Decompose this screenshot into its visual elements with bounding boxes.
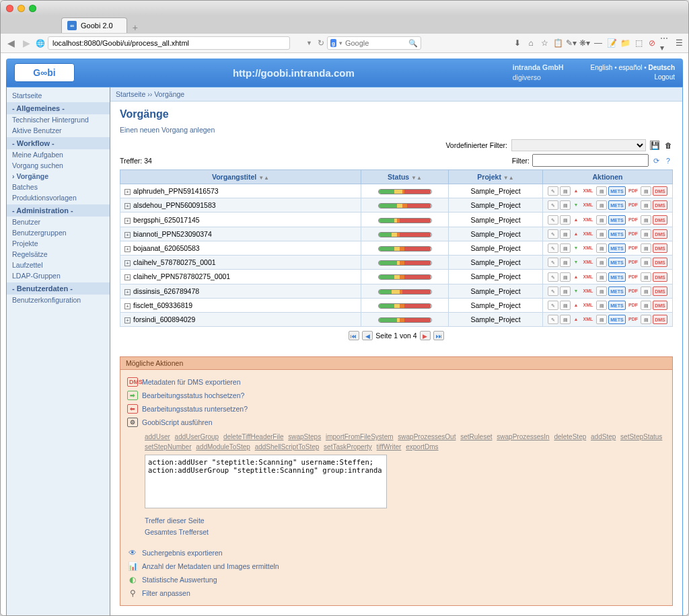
back-button[interactable]: ◀ <box>5 38 17 48</box>
page-icon[interactable]: ▤ <box>641 243 651 253</box>
sidebar-item[interactable]: Meine Aufgaben <box>7 149 110 160</box>
docket-icon[interactable]: ▤ <box>596 215 607 225</box>
pager-first[interactable]: ⏮ <box>349 331 359 340</box>
new-process-link[interactable]: Einen neuen Vorgang anlegen <box>120 126 215 134</box>
page-icon[interactable]: ▤ <box>641 186 651 196</box>
sidebar-item[interactable]: Batches <box>7 182 110 192</box>
script-link[interactable]: addModuleToStep <box>196 443 250 451</box>
xml-export-icon[interactable]: XML <box>581 272 595 282</box>
folder-icon[interactable]: 📁 <box>620 38 630 48</box>
expand-icon[interactable]: + <box>124 317 131 323</box>
script-link[interactable]: exportDms <box>406 443 438 451</box>
expand-icon[interactable]: + <box>124 203 131 209</box>
down-arrow-icon[interactable]: ▼ <box>572 258 580 267</box>
sidebar-item[interactable]: Benutzer <box>7 217 110 227</box>
dms-export-icon[interactable]: DMS <box>653 200 667 210</box>
search-input[interactable] <box>345 39 406 47</box>
script-link[interactable]: swapSteps <box>288 433 321 440</box>
mets-export-icon[interactable]: METS <box>608 315 626 324</box>
docket-icon[interactable]: ▤ <box>596 200 607 210</box>
pager-last[interactable]: ⏭ <box>433 331 444 340</box>
filter-input[interactable] <box>532 154 649 167</box>
metadata-icon[interactable]: ▤ <box>560 272 571 282</box>
expand-icon[interactable]: + <box>124 260 131 266</box>
edit-icon[interactable]: ✎ <box>548 258 558 267</box>
gear-icon[interactable]: ❋▾ <box>579 38 590 48</box>
breadcrumb-link[interactable]: Vorgänge <box>154 90 184 98</box>
download-icon[interactable]: ⬇ <box>512 38 523 48</box>
bottom-action-row[interactable]: ◐Statistische Auswertung <box>126 573 667 586</box>
edit-icon[interactable]: ✎ <box>548 229 558 239</box>
script-link[interactable]: importFromFileSystem <box>326 433 394 440</box>
docket-icon[interactable]: ▤ <box>596 258 607 267</box>
expand-icon[interactable]: + <box>124 274 131 280</box>
close-window-icon[interactable] <box>6 5 13 12</box>
action-row[interactable]: ⚙GoobiScript ausführen <box>126 416 667 429</box>
metadata-icon[interactable]: ▤ <box>560 243 571 253</box>
minimize-window-icon[interactable] <box>17 5 25 12</box>
metadata-icon[interactable]: ▤ <box>560 286 571 296</box>
process-title[interactable]: claihelv_PPN578780275_0001 <box>133 272 230 280</box>
script-link[interactable]: addStep <box>591 433 616 440</box>
header-url[interactable]: http://goobi.intranda.com <box>75 67 513 79</box>
mets-export-icon[interactable]: METS <box>608 272 626 282</box>
pdf-export-icon[interactable]: PDF <box>627 229 639 239</box>
mets-export-icon[interactable]: METS <box>608 301 626 310</box>
predefined-filter-select[interactable] <box>511 139 646 151</box>
pdf-export-icon[interactable]: PDF <box>627 200 639 210</box>
metadata-icon[interactable]: ▤ <box>560 215 571 225</box>
page-icon[interactable]: ▤ <box>641 215 651 225</box>
edit-icon[interactable]: ✎ <box>548 200 558 210</box>
scroll-icon[interactable]: ⬚ <box>633 38 644 48</box>
bottom-action-row[interactable]: 👁Suchergebnis exportieren <box>126 546 667 560</box>
xml-export-icon[interactable]: XML <box>581 229 595 239</box>
pdf-export-icon[interactable]: PDF <box>627 286 639 296</box>
xml-export-icon[interactable]: XML <box>581 301 595 310</box>
mets-export-icon[interactable]: METS <box>608 200 626 210</box>
dms-export-icon[interactable]: DMS <box>653 258 667 267</box>
process-title[interactable]: alsdehou_PPN560091583 <box>133 201 216 209</box>
bookmark-icon[interactable]: ☆ <box>539 38 550 48</box>
page-icon[interactable]: ▤ <box>641 258 651 267</box>
pdf-export-icon[interactable]: PDF <box>627 301 639 310</box>
sidebar-item[interactable]: Laufzettel <box>7 260 110 270</box>
xml-export-icon[interactable]: XML <box>581 286 595 296</box>
docket-icon[interactable]: ▤ <box>596 272 607 282</box>
sidebar-home[interactable]: Startseite <box>7 90 110 101</box>
edit-icon[interactable]: ✎ <box>548 272 558 282</box>
pdf-export-icon[interactable]: PDF <box>627 215 639 225</box>
metadata-icon[interactable]: ▤ <box>560 229 571 239</box>
home-icon[interactable]: ⌂ <box>525 38 536 48</box>
dms-export-icon[interactable]: DMS <box>653 272 667 282</box>
sidebar-item[interactable]: Aktive Benutzer <box>7 125 110 136</box>
expand-icon[interactable]: + <box>124 232 131 238</box>
sidebar-item[interactable]: Benutzergruppen <box>7 227 110 238</box>
expand-icon[interactable]: + <box>124 246 131 252</box>
process-title[interactable]: dissinsis_626789478 <box>133 287 199 295</box>
up-arrow-icon[interactable]: ▲ <box>572 272 580 282</box>
edit-icon[interactable]: ✎ <box>548 186 558 196</box>
dms-export-icon[interactable]: DMS <box>653 229 667 239</box>
highlighter-icon[interactable]: ✎▾ <box>566 38 577 48</box>
clipboard-icon[interactable]: 📋 <box>552 38 563 48</box>
logo[interactable]: G∞bi <box>14 63 75 82</box>
metadata-icon[interactable]: ▤ <box>560 200 571 210</box>
mets-export-icon[interactable]: METS <box>608 215 626 225</box>
language-link[interactable]: English <box>591 64 613 71</box>
url-input[interactable] <box>48 36 290 50</box>
mets-export-icon[interactable]: METS <box>608 243 626 253</box>
mets-export-icon[interactable]: METS <box>608 186 626 196</box>
page-icon[interactable]: ▤ <box>641 286 651 296</box>
breadcrumb-link[interactable]: Startseite <box>116 90 145 98</box>
docket-icon[interactable]: ▤ <box>596 229 607 239</box>
dms-export-icon[interactable]: DMS <box>653 186 667 196</box>
expand-icon[interactable]: + <box>124 289 131 295</box>
metadata-icon[interactable]: ▤ <box>560 315 571 324</box>
docket-icon[interactable]: ▤ <box>596 301 607 310</box>
page-icon[interactable]: ▤ <box>641 229 651 239</box>
process-title[interactable]: biannoti_PPN523090374 <box>133 230 212 238</box>
script-link[interactable]: deleteStep <box>554 433 586 440</box>
docket-icon[interactable]: ▤ <box>596 243 607 253</box>
language-link[interactable]: Deutsch <box>649 64 675 71</box>
minus-icon[interactable]: — <box>593 38 604 48</box>
